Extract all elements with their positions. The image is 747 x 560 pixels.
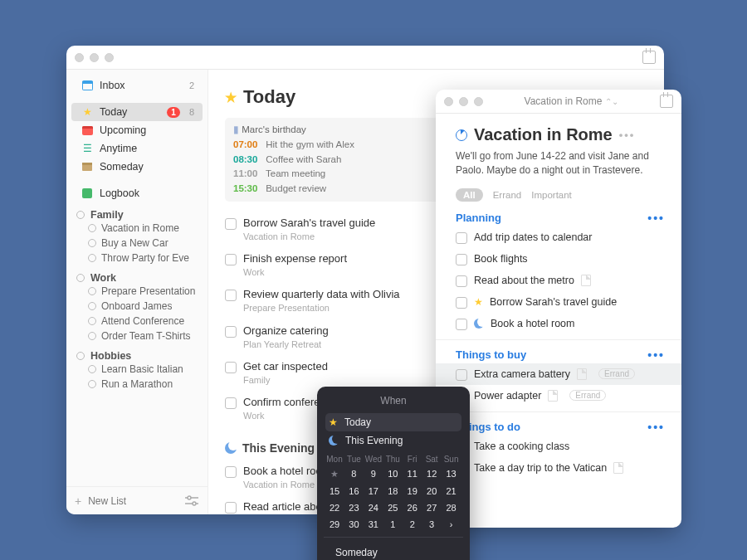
min-dot[interactable]	[459, 97, 468, 106]
inbox-label: Inbox	[100, 80, 180, 91]
sidebar-upcoming[interactable]: Upcoming	[71, 121, 203, 139]
heading-more-icon[interactable]: •••	[647, 421, 665, 434]
heading-more-icon[interactable]: •••	[647, 212, 665, 225]
checkbox[interactable]	[225, 254, 237, 265]
heading-more-icon[interactable]: •••	[647, 348, 665, 362]
sidebar-anytime[interactable]: ☰ Anytime	[71, 139, 203, 158]
today-label: Today	[100, 106, 160, 118]
titlebar: Vacation in Rome⌃⌄	[436, 90, 681, 114]
checkbox[interactable]	[225, 466, 237, 478]
inbox-icon	[82, 81, 93, 90]
project-progress-icon	[456, 129, 467, 141]
project-todo[interactable]: Read about the metro	[436, 270, 681, 291]
sidebar-someday[interactable]: Someday	[71, 158, 203, 176]
traffic-lights[interactable]	[75, 53, 114, 62]
sidebar-footer: + New List	[66, 486, 208, 514]
sidebar-logbook[interactable]: Logbook	[71, 184, 203, 202]
star-icon: ★	[329, 416, 338, 428]
project-todo[interactable]: Power adapter Errand	[436, 385, 681, 407]
sidebar-project[interactable]: Order Team T-Shirts	[66, 329, 208, 343]
close-dot[interactable]	[75, 53, 84, 62]
sidebar-project[interactable]: Buy a New Car	[66, 236, 208, 251]
checkbox[interactable]	[225, 326, 237, 338]
plus-icon[interactable]: +	[75, 494, 81, 508]
when-someday[interactable]: Someday	[325, 543, 461, 560]
close-dot[interactable]	[444, 97, 453, 106]
project-todo[interactable]: Book a hotel room	[436, 313, 681, 334]
project-todo[interactable]: Book flights	[436, 248, 681, 270]
project-todo[interactable]: Take a day trip to the Vatican	[436, 457, 681, 479]
note-icon	[613, 462, 623, 474]
project-todo[interactable]: Take a cooking class	[436, 436, 681, 457]
checkbox[interactable]	[456, 275, 467, 287]
project-heading[interactable]: Things to do•••	[436, 412, 681, 436]
checkbox[interactable]	[456, 369, 467, 381]
project-todo[interactable]: ★Borrow Sarah's travel guide	[436, 291, 681, 313]
sidebar-today[interactable]: ★ Today 1 8	[71, 103, 203, 121]
project-icon	[88, 224, 96, 232]
someday-label: Someday	[100, 161, 194, 173]
calendar-week[interactable]: 293031123›	[325, 518, 461, 531]
sidebar-project[interactable]: Run a Marathon	[66, 377, 208, 392]
calendar-week[interactable]: ★8910111213	[325, 467, 461, 481]
svg-point-3	[193, 502, 196, 505]
prefs-button[interactable]	[184, 495, 199, 507]
checkbox[interactable]	[225, 218, 237, 230]
tag-all[interactable]: All	[456, 188, 483, 202]
traffic-lights[interactable]	[444, 97, 483, 106]
checkbox[interactable]	[456, 297, 467, 309]
star-icon: ★	[225, 90, 237, 105]
max-dot[interactable]	[474, 97, 483, 106]
moon-icon	[225, 442, 237, 454]
popover-title: When	[325, 395, 461, 407]
sidebar-project[interactable]: Onboard James	[66, 299, 208, 314]
inbox-count: 2	[189, 80, 194, 90]
project-notes[interactable]: We'll go from June 14-22 and visit Jane …	[456, 149, 662, 178]
project-icon	[88, 365, 96, 373]
checkbox[interactable]	[225, 397, 237, 409]
star-icon: ★	[81, 106, 93, 118]
share-icon[interactable]	[660, 95, 673, 108]
min-dot[interactable]	[90, 53, 99, 62]
more-icon[interactable]: •••	[619, 129, 636, 141]
tag-errand[interactable]: Errand	[493, 190, 522, 200]
sidebar-project[interactable]: Throw Party for Eve	[66, 251, 208, 265]
sidebar-project[interactable]: Learn Basic Italian	[66, 362, 208, 377]
checkbox[interactable]	[456, 254, 467, 265]
stack-icon: ☰	[81, 143, 93, 154]
sidebar-area[interactable]: Work	[66, 270, 208, 284]
area-icon	[76, 211, 85, 219]
project-todo[interactable]: Extra camera battery Errand	[436, 363, 681, 385]
checkbox[interactable]	[225, 502, 237, 514]
project-icon	[88, 332, 96, 340]
sidebar-inbox[interactable]: Inbox 2	[71, 76, 203, 95]
anytime-label: Anytime	[100, 143, 194, 154]
max-dot[interactable]	[105, 53, 114, 62]
share-icon[interactable]	[642, 51, 656, 64]
sidebar-project[interactable]: Prepare Presentation	[66, 284, 208, 299]
sidebar-area[interactable]: Family	[66, 207, 208, 221]
checkbox[interactable]	[456, 319, 467, 330]
window-title-dropdown[interactable]: Vacation in Rome⌃⌄	[483, 95, 660, 107]
todo-tag[interactable]: Errand	[569, 390, 606, 401]
project-todo[interactable]: Add trip dates to calendar	[436, 226, 681, 248]
calendar-week[interactable]: 22232425262728	[325, 501, 461, 514]
calendar-week[interactable]: 15161718192021	[325, 485, 461, 498]
project-heading[interactable]: Things to buy•••	[436, 340, 681, 363]
checkbox[interactable]	[225, 290, 237, 301]
when-today[interactable]: ★ Today	[325, 413, 461, 431]
sidebar-project[interactable]: Attend Conference	[66, 314, 208, 329]
sidebar-project[interactable]: Vacation in Rome	[66, 221, 208, 236]
project-heading[interactable]: Planning•••	[436, 203, 681, 226]
project-icon	[88, 317, 96, 325]
when-this-evening[interactable]: This Evening	[325, 431, 461, 450]
tag-important[interactable]: Important	[531, 190, 572, 200]
todo-tag[interactable]: Errand	[598, 368, 635, 379]
checkbox[interactable]	[456, 232, 467, 244]
calendar-icon	[82, 126, 93, 135]
project-icon	[88, 287, 96, 295]
new-list-button[interactable]: New List	[88, 495, 126, 507]
sidebar-area[interactable]: Hobbies	[66, 348, 208, 362]
checkbox[interactable]	[225, 362, 237, 373]
area-icon	[76, 352, 85, 360]
